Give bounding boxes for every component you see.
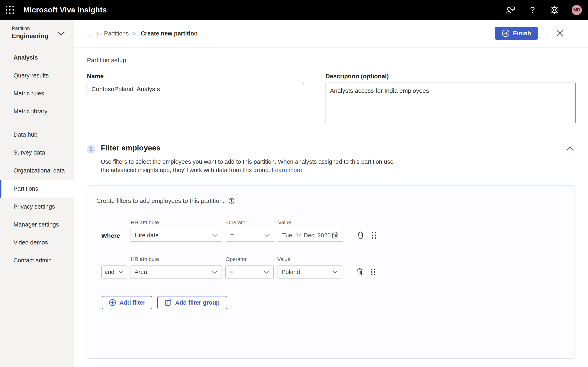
sidebar-item-metric-rules[interactable]: Metric rules: [0, 84, 73, 102]
filter-employees-title: Filter employees: [101, 144, 160, 152]
help-icon: ?: [530, 5, 535, 15]
filter-panel: Create filters to add employees to this …: [86, 185, 575, 359]
user-avatar[interactable]: MB: [572, 5, 582, 15]
chevron-down-icon: [332, 270, 338, 274]
description-label: Description (optional): [325, 73, 389, 80]
trash-icon: [356, 268, 363, 276]
name-input[interactable]: [86, 83, 304, 95]
sidebar-item-privacy-settings[interactable]: Privacy settings: [0, 198, 73, 216]
breadcrumb-ellipsis[interactable]: ...: [87, 30, 92, 37]
close-button[interactable]: [554, 28, 565, 39]
learn-more-link[interactable]: Learn more: [272, 167, 302, 173]
settings-button[interactable]: [550, 5, 559, 15]
chevron-down-icon: [212, 270, 217, 274]
delete-filter-button-row2[interactable]: [355, 267, 365, 277]
partition-switcher-label: Partition: [12, 25, 48, 31]
chevron-down-icon: [58, 32, 65, 36]
chevron-down-icon: [119, 271, 124, 274]
arrow-circle-icon: [502, 29, 510, 37]
sidebar-item-survey-data[interactable]: Survey data: [0, 143, 73, 161]
info-icon[interactable]: [228, 198, 234, 204]
filter-section-description: Use filters to select the employees you …: [101, 158, 393, 174]
filter-description-line1: Use filters to select the employees you …: [101, 158, 393, 165]
breadcrumb-separator: >: [96, 30, 99, 37]
add-filter-group-label: Add filter group: [175, 299, 219, 306]
drag-dots-icon: [371, 268, 376, 276]
sidebar-nav: Partition Engineering Analysis Query res…: [0, 20, 73, 367]
operator-column-label: Operator: [226, 256, 247, 262]
sidebar-item-video-demos[interactable]: Video demos: [0, 234, 73, 251]
sidebar-item-metric-library[interactable]: Metric library: [0, 102, 73, 120]
page-header-bar: ... > Partitions > Create new partition …: [73, 20, 588, 48]
partition-setup-title: Partition setup: [87, 57, 126, 64]
finish-button[interactable]: Finish: [495, 27, 538, 40]
sidebar-item-organizational-data[interactable]: Organizational data: [0, 161, 73, 179]
add-filter-group-button[interactable]: Add filter group: [157, 296, 227, 309]
hr-attribute-dropdown-row2[interactable]: Area: [130, 266, 222, 278]
sidebar-item-manager-settings[interactable]: Manager settings: [0, 216, 73, 234]
row-divider: [349, 230, 349, 242]
operator-column-label: Operator: [226, 219, 247, 226]
hr-attribute-column-label: HR attribute: [131, 219, 159, 226]
value-row2: Poland: [282, 269, 332, 275]
sidebar-item-data-hub[interactable]: Data hub: [0, 125, 73, 143]
feedback-button[interactable]: [506, 5, 515, 15]
gear-icon: [550, 6, 559, 15]
partition-switcher[interactable]: Partition Engineering: [12, 25, 48, 40]
finish-button-label: Finish: [513, 30, 531, 37]
app-launcher-button[interactable]: [0, 0, 20, 20]
hr-attribute-value-row1: Hire date: [135, 232, 212, 239]
value-row1: Tue, 14 Dec, 2020: [282, 232, 332, 239]
plus-circle-icon: [109, 299, 116, 306]
filter-group-icon: [164, 299, 172, 306]
sidebar-item-analysis[interactable]: Analysis: [0, 49, 73, 67]
feedback-icon: [506, 6, 515, 14]
sidebar-item-partitions[interactable]: Partitions: [0, 180, 73, 198]
drag-handle-row2[interactable]: [368, 267, 378, 277]
value-column-label: Value: [278, 219, 291, 226]
sidebar-item-query-results[interactable]: Query results: [0, 67, 73, 84]
drag-dots-icon: [371, 231, 377, 239]
conjunction-value-row2: and: [104, 269, 119, 275]
operator-value-row2: =: [230, 269, 264, 275]
breadcrumb-partitions[interactable]: Partitions: [104, 30, 129, 37]
delete-filter-button-row1[interactable]: [356, 230, 365, 241]
waffle-icon: [6, 6, 14, 14]
chevron-down-icon: [212, 234, 218, 237]
create-filters-heading: Create filters to add employees to this …: [96, 197, 224, 204]
sidebar-item-contact-admin[interactable]: Contact admin: [0, 251, 73, 269]
header-divider: [548, 26, 548, 41]
value-column-label: Value: [277, 256, 291, 262]
description-input[interactable]: Analysts access for India employees: [325, 83, 576, 123]
sidebar-divider: [0, 123, 73, 123]
breadcrumb-current: Create new partition: [141, 30, 198, 37]
drag-handle-row1[interactable]: [369, 230, 379, 241]
main-content: Partition setup Name Description (option…: [73, 48, 588, 367]
chevron-down-icon: [264, 234, 270, 237]
collapse-section-button[interactable]: [564, 143, 576, 154]
top-app-bar: Microsoft Viva Insights ?: [0, 0, 588, 20]
hr-attribute-column-label: HR attribute: [131, 256, 159, 262]
help-button[interactable]: ?: [527, 5, 537, 15]
operator-dropdown-row2[interactable]: =: [225, 266, 274, 278]
operator-value-row1: =: [230, 232, 264, 239]
step-number-badge: 1: [86, 145, 95, 154]
hr-attribute-dropdown-row1[interactable]: Hire date: [130, 229, 222, 242]
filter-description-line2: the advanced insights app, they'll work …: [101, 167, 270, 173]
hr-attribute-value-row2: Area: [135, 269, 212, 275]
conjunction-dropdown-row2[interactable]: and: [101, 266, 127, 278]
trash-icon: [357, 231, 364, 239]
value-date-picker-row1[interactable]: Tue, 14 Dec, 2020: [278, 229, 343, 242]
breadcrumb-separator: >: [133, 30, 136, 37]
chevron-down-icon: [264, 270, 269, 274]
add-filter-label: Add filter: [120, 299, 145, 306]
value-dropdown-row2[interactable]: Poland: [277, 266, 342, 278]
close-icon: [556, 29, 564, 37]
add-filter-button[interactable]: Add filter: [102, 296, 152, 309]
name-label: Name: [87, 73, 104, 80]
breadcrumb: ... > Partitions > Create new partition: [87, 20, 198, 47]
app-title: Microsoft Viva Insights: [23, 6, 107, 14]
operator-dropdown-row1[interactable]: =: [226, 229, 274, 242]
where-label: Where: [101, 232, 120, 239]
row-divider: [348, 266, 348, 278]
